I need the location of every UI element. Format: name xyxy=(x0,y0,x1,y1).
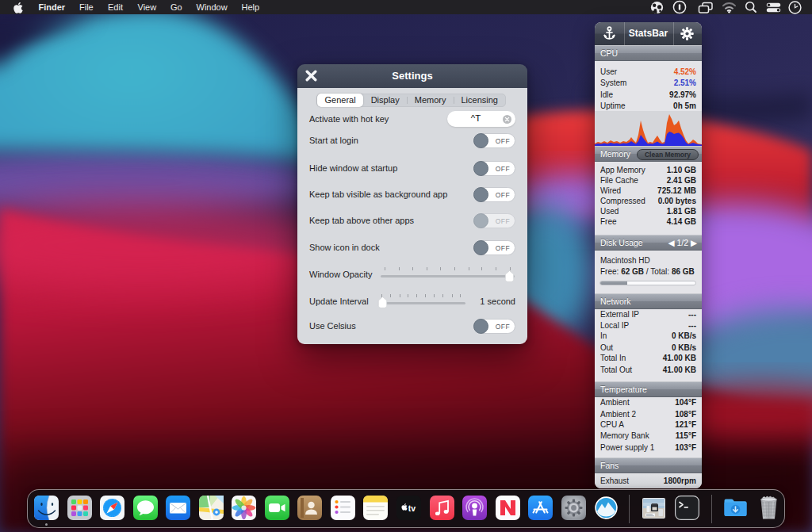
svg-text:tv: tv xyxy=(408,503,416,513)
